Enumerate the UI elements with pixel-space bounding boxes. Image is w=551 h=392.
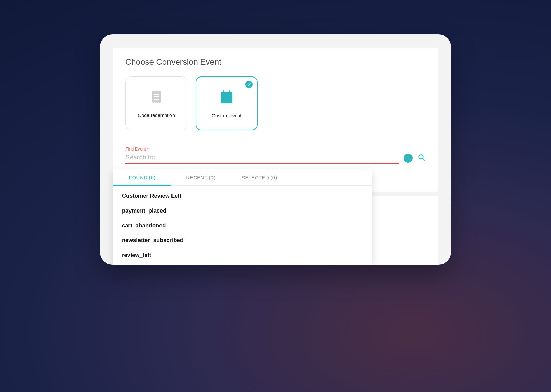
svg-line-4 (423, 158, 424, 160)
list-item[interactable]: payment_placed (113, 203, 372, 218)
search-icon (417, 153, 426, 163)
results-list: Customer Review Left payment_placed cart… (113, 186, 372, 265)
check-icon (245, 81, 253, 88)
add-button[interactable] (404, 154, 413, 163)
tab-recent[interactable]: RECENT (0) (171, 169, 230, 185)
tile-label: Code redemption (138, 113, 175, 118)
results-dropdown: FOUND (6) RECENT (0) SELECTED (0) Custom… (113, 169, 372, 265)
tab-found[interactable]: FOUND (6) (113, 169, 171, 185)
tab-selected[interactable]: SELECTED (0) (230, 169, 289, 185)
search-button[interactable] (417, 153, 426, 163)
app-card: Choose Conversion Event Code redemption (100, 34, 451, 265)
list-item[interactable]: review_left (113, 248, 372, 262)
dropdown-tabs: FOUND (6) RECENT (0) SELECTED (0) (113, 169, 372, 186)
list-item[interactable]: Customer Review Left (113, 188, 372, 203)
plus-icon (406, 156, 410, 161)
receipt-icon (148, 89, 165, 106)
search-field: Find Event * (125, 147, 426, 164)
svg-rect-0 (227, 97, 229, 100)
search-input[interactable] (125, 152, 399, 164)
tile-label: Custom event (212, 113, 241, 118)
tile-custom-event[interactable]: Custom event (196, 76, 258, 130)
calendar-icon (218, 88, 235, 107)
list-item[interactable]: newsletter_subscribed (113, 233, 372, 248)
list-item[interactable]: cart_abandoned (113, 218, 372, 233)
event-type-tiles: Code redemption Custom event (125, 76, 426, 130)
page-title: Choose Conversion Event (125, 57, 426, 67)
search-row (125, 152, 426, 164)
search-label: Find Event * (125, 147, 426, 152)
tile-code-redemption[interactable]: Code redemption (125, 76, 187, 130)
